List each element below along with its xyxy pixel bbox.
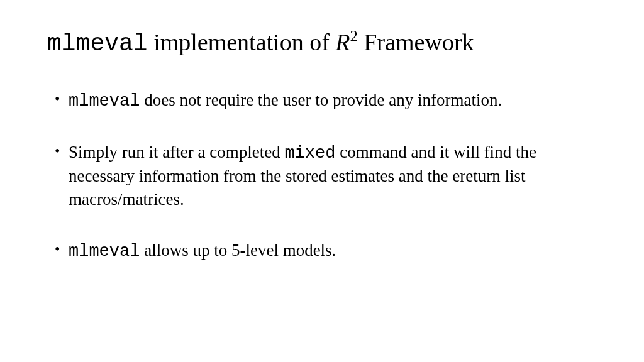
list-item: mlmeval does not require the user to pro… bbox=[55, 89, 597, 112]
list-item: mlmeval allows up to 5-level models. bbox=[55, 239, 597, 263]
list-item: Simply run it after a completed mixed co… bbox=[55, 141, 597, 211]
title-sup: 2 bbox=[350, 28, 358, 45]
title-code: mlmeval bbox=[47, 30, 148, 57]
title-after: Framework bbox=[358, 29, 474, 55]
bullet-code: mlmeval bbox=[69, 242, 140, 261]
bullet-code: mlmeval bbox=[69, 92, 140, 111]
slide-title: mlmeval implementation of R2 Framework bbox=[47, 28, 597, 58]
bullet-text: does not require the user to provide any… bbox=[140, 90, 502, 109]
bullet-list: mlmeval does not require the user to pro… bbox=[47, 89, 597, 263]
title-middle: implementation of bbox=[148, 29, 336, 55]
title-r: R bbox=[335, 29, 350, 55]
bullet-code: mixed bbox=[284, 144, 335, 163]
bullet-text: allows up to 5-level models. bbox=[140, 241, 336, 260]
bullet-text: Simply run it after a completed bbox=[69, 143, 284, 162]
